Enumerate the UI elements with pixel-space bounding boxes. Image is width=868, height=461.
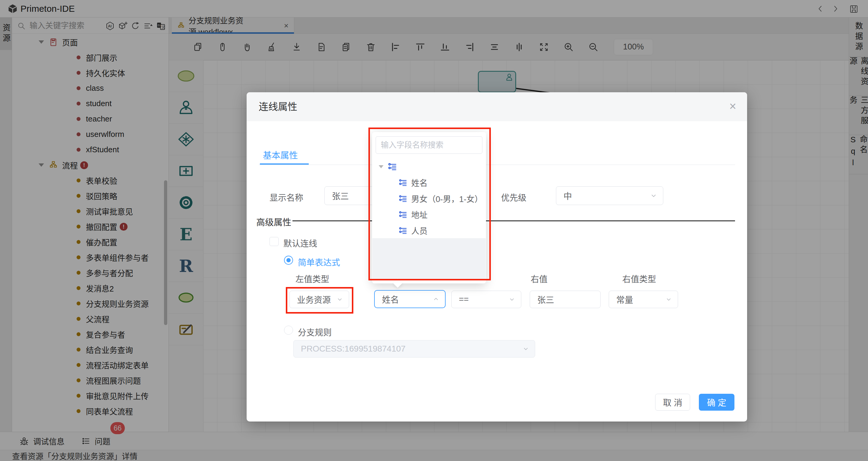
field-icon xyxy=(399,226,408,235)
field-dropdown: 姓名 男女（0-男，1-女） 地址 人员 xyxy=(372,132,486,283)
default-line-label: 默认连线 xyxy=(283,237,317,249)
collapse-caret-icon[interactable] xyxy=(379,165,383,168)
field-option[interactable]: 地址 xyxy=(372,207,486,222)
dialog-title: 连线属性 xyxy=(259,92,297,121)
field-option-label: 姓名 xyxy=(411,177,428,188)
field-search-box[interactable] xyxy=(376,136,483,154)
field-icon xyxy=(388,162,397,172)
branch-rule-label: 分支规则 xyxy=(298,326,332,338)
priority-select[interactable]: 中 xyxy=(556,186,663,205)
field-icon xyxy=(399,194,408,203)
cancel-button[interactable]: 取 消 xyxy=(655,394,690,411)
right-value-label: 右值 xyxy=(531,273,548,285)
right-value[interactable] xyxy=(537,295,593,304)
simple-expression-label: 简单表达式 xyxy=(298,256,340,268)
right-type-value: 常量 xyxy=(616,294,633,305)
right-value-input[interactable] xyxy=(530,290,600,308)
field-search-input[interactable] xyxy=(376,136,482,153)
left-type-value: 业务资源 xyxy=(297,294,331,305)
left-type-select[interactable]: 业务资源 xyxy=(289,290,349,308)
line-properties-dialog: 连线属性 × 基本属性 显示名称 优先级 中 高级属性 默认连线 简单表达式 左… xyxy=(247,92,747,422)
ok-button[interactable]: 确 定 xyxy=(699,394,735,411)
priority-value: 中 xyxy=(563,190,572,202)
tab-basic-properties[interactable]: 基本属性 xyxy=(263,148,298,161)
branch-rule-select: PROCESS:1699519874107 xyxy=(293,340,535,358)
branch-rule-radio[interactable] xyxy=(284,326,293,335)
dialog-header: 连线属性 xyxy=(247,92,747,121)
chevron-up-icon xyxy=(432,296,440,303)
chevron-down-icon xyxy=(665,296,672,303)
field-option[interactable]: 男女（0-男，1-女） xyxy=(372,190,486,207)
operator-select[interactable]: == xyxy=(451,290,521,308)
advanced-section-divider xyxy=(292,220,735,221)
chevron-down-icon xyxy=(650,192,657,199)
dialog-close-icon[interactable]: × xyxy=(729,99,736,113)
left-type-label: 左值类型 xyxy=(296,273,329,285)
chevron-down-icon xyxy=(336,296,343,303)
field-option[interactable]: 人员 xyxy=(372,222,486,239)
field-icon xyxy=(399,178,408,187)
priority-label: 优先级 xyxy=(501,191,526,203)
left-field-select[interactable]: 姓名 xyxy=(374,290,445,308)
field-option-label: 人员 xyxy=(411,225,428,236)
app-window: Primeton-IDE 资源 AI En文 xyxy=(0,0,868,461)
field-option-label: 地址 xyxy=(411,209,428,220)
right-type-label: 右值类型 xyxy=(622,273,656,285)
simple-expression-radio[interactable] xyxy=(284,256,293,265)
display-name-label: 显示名称 xyxy=(270,191,303,203)
field-icon xyxy=(399,210,408,219)
right-type-select[interactable]: 常量 xyxy=(609,290,678,308)
left-field-value: 姓名 xyxy=(382,293,399,305)
branch-rule-value: PROCESS:1699519874107 xyxy=(301,344,405,354)
advanced-section-label: 高级属性 xyxy=(256,215,291,228)
field-option[interactable]: 姓名 xyxy=(372,175,486,190)
chevron-down-icon xyxy=(522,345,529,352)
field-option-label: 男女（0-男，1-女） xyxy=(411,193,483,205)
chevron-down-icon xyxy=(508,296,516,303)
dropdown-empty-area xyxy=(372,238,486,280)
default-line-checkbox[interactable] xyxy=(270,237,279,246)
operator-value: == xyxy=(459,295,469,304)
field-tree-root[interactable] xyxy=(372,159,486,175)
